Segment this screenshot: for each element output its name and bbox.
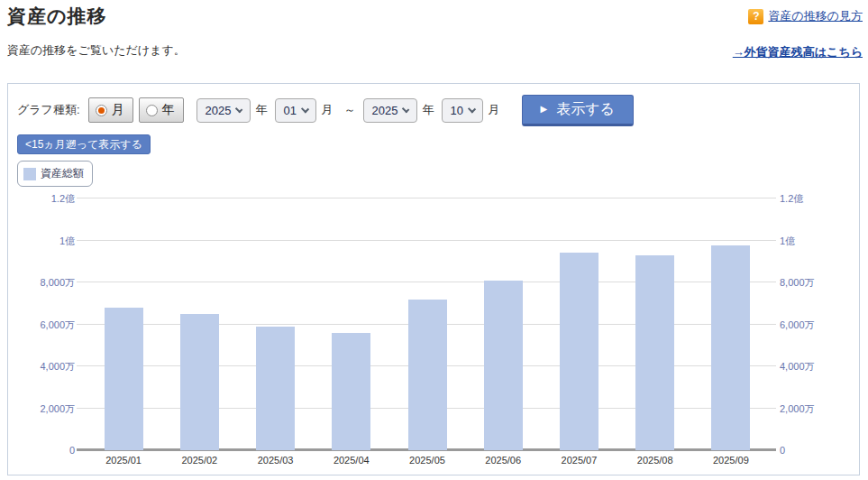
radio-month-label: 月 [112,102,124,118]
from-month-suffix: 月 [322,102,333,118]
display-button-label: 表示する [556,100,615,119]
y-tick-label: 2,000万 [780,402,815,415]
x-tick-label: 2025/01 [105,455,142,466]
y-tick-label: 6,000万 [40,318,75,331]
chart-panel: グラフ種類: 月 年 2025 年 01 月 ～ 2025 [7,83,860,475]
help-question-icon[interactable]: ? [748,9,763,24]
radio-unselected-icon [146,105,158,116]
bar-2025/02 [180,314,219,450]
page-description: 資産の推移をご覧いただけます。 [7,42,186,59]
bar-2025/01 [105,308,143,450]
y-tick-label: 0 [69,445,75,456]
legend-swatch [23,168,36,180]
y-tick-label: 4,000万 [780,360,815,374]
graph-type-year-radio[interactable]: 年 [139,97,184,123]
bar-2025/09 [711,245,750,450]
asset-transition-page: 資産の推移 ? 資産の推移の見方 資産の推移をご覧いただけます。 →外貨資産残高… [0,0,868,480]
foreign-asset-balance-link[interactable]: →外貨資産残高はこちら [733,45,863,59]
chart-legend: 資産総額 [17,161,93,187]
radio-year-label: 年 [162,102,175,118]
x-tick-label: 2025/07 [562,455,598,466]
x-tick-label: 2025/03 [258,455,294,466]
y-tick-label: 6,000万 [780,318,815,331]
gridline [77,198,776,198]
graph-type-month-radio[interactable]: 月 [88,97,133,123]
from-year-value: 2025 [206,104,232,117]
y-tick-label: 8,000万 [40,276,75,290]
from-month-value: 01 [284,104,297,117]
to-year-suffix: 年 [423,102,434,118]
to-month-select[interactable]: 10 [442,98,483,123]
play-icon: ▶ [541,105,548,114]
x-tick-label: 2025/09 [713,455,749,466]
y-tick-label: 1億 [780,234,795,247]
asset-bar-chart: 02,000万4,000万6,000万8,000万1億1.2億 02,000万4… [8,190,859,469]
to-year-value: 2025 [372,104,398,117]
chevron-down-icon [402,105,410,113]
chevron-down-icon [468,105,476,113]
bar-2025/06 [484,281,523,450]
y-tick-label: 1億 [59,234,75,247]
radio-selected-icon [96,105,107,116]
to-year-select[interactable]: 2025 [363,98,417,123]
x-tick-label: 2025/05 [409,455,445,466]
chevron-down-icon [235,105,243,113]
chevron-down-icon [301,105,309,113]
graph-controls: グラフ種類: 月 年 2025 年 01 月 ～ 2025 [17,94,634,126]
from-year-suffix: 年 [256,102,268,118]
to-month-value: 10 [451,104,463,117]
bar-2025/03 [256,327,295,450]
from-month-select[interactable]: 01 [275,98,316,123]
help-link[interactable]: 資産の推移の見方 [768,8,863,24]
plot-area: 2025/012025/022025/032025/042025/052025/… [86,198,769,450]
bar-2025/05 [408,300,447,450]
back-15-months-button[interactable]: <15ヵ月遡って表示する [17,134,151,154]
help-link-row: ? 資産の推移の見方 [748,8,863,24]
x-tick-label: 2025/02 [181,455,217,466]
y-axis-left: 02,000万4,000万6,000万8,000万1億1.2億 [8,198,80,450]
y-tick-label: 0 [780,445,785,456]
to-month-suffix: 月 [489,102,500,118]
x-tick-label: 2025/04 [333,455,370,466]
legend-label: 資産総額 [41,166,84,181]
y-tick-label: 1.2億 [780,192,803,206]
from-year-select[interactable]: 2025 [196,98,251,123]
y-axis-right: 02,000万4,000万6,000万8,000万1億1.2億 [771,198,859,450]
graph-type-label: グラフ種類: [17,102,80,118]
page-title: 資産の推移 [7,4,107,29]
bar-2025/08 [635,255,674,450]
display-button[interactable]: ▶ 表示する [522,95,634,126]
gridline [77,240,776,241]
y-tick-label: 4,000万 [40,360,75,374]
bar-2025/04 [332,333,370,450]
x-tick-label: 2025/06 [485,455,521,466]
bar-2025/07 [560,253,598,450]
x-tick-label: 2025/08 [637,455,673,466]
y-tick-label: 8,000万 [780,276,815,290]
range-separator: ～ [344,102,356,118]
foreign-asset-link-row: →外貨資産残高はこちら [733,43,863,60]
y-tick-label: 2,000万 [40,402,75,415]
y-tick-label: 1.2億 [51,192,75,206]
